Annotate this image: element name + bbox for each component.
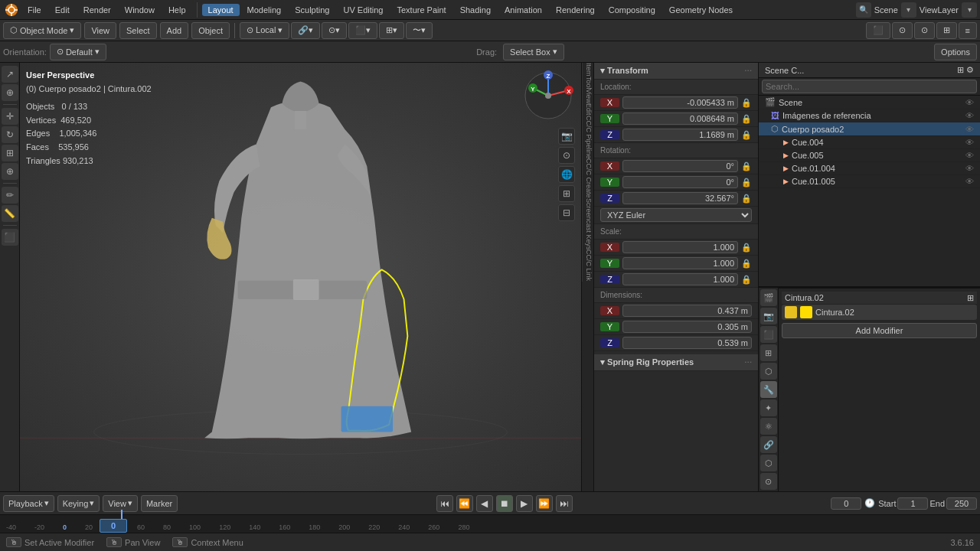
select-menu[interactable]: Select — [119, 22, 157, 39]
workspace-uv-editing[interactable]: UV Editing — [337, 4, 389, 16]
outliner-item-cue004[interactable]: ▶ Cue.004 👁 — [759, 136, 980, 149]
tool-move[interactable]: ✛ — [2, 108, 18, 125]
prop-scene-icon[interactable]: 🎬 — [760, 289, 777, 306]
prop-render-icon[interactable]: 📷 — [760, 308, 777, 324]
viewport-options[interactable]: ≡ — [959, 22, 977, 39]
viewport-shading-render[interactable]: ⊙ — [892, 22, 913, 39]
panel-screencast-keys-label[interactable]: Screencast Keys — [582, 198, 594, 250]
blender-logo[interactable] — [3, 2, 20, 18]
dim-x-value[interactable]: 0.437 m — [622, 305, 752, 317]
workspace-layout[interactable]: Layout — [202, 4, 240, 16]
outliner-item-cue01004[interactable]: ▶ Cue.01.004 👁 — [759, 162, 980, 175]
scale-x-value[interactable]: 1.000 — [622, 241, 738, 253]
view-menu[interactable]: View — [84, 22, 116, 39]
rotation-x-lock[interactable]: 🔒 — [741, 161, 752, 171]
viewport-shading-solid[interactable]: ⬛ — [866, 22, 890, 39]
workspace-rendering[interactable]: Rendering — [550, 4, 601, 16]
outliner-item-cuerpo[interactable]: ⬡ Cuerpo posado2 👁 — [759, 122, 980, 136]
cue004-visibility[interactable]: 👁 — [965, 138, 974, 147]
scene-selector[interactable]: ▾ — [901, 2, 916, 18]
current-frame-input[interactable]: 0 — [831, 497, 861, 510]
jump-start-btn[interactable]: ⏮ — [436, 495, 453, 512]
object-menu[interactable]: Object — [191, 22, 230, 39]
menu-edit[interactable]: Edit — [49, 4, 76, 16]
prop-modifier-icon[interactable]: 🔧 — [760, 381, 777, 398]
prop-object-icon[interactable]: ⬡ — [760, 363, 777, 380]
rotation-z-value[interactable]: 32.567° — [622, 192, 738, 204]
panel-tool-label[interactable]: Tool — [582, 77, 594, 90]
tool-transform[interactable]: ⊕ — [2, 163, 18, 180]
play-btn[interactable]: ▶ — [516, 495, 533, 512]
material-color-swatch[interactable] — [785, 306, 797, 318]
prop-particles-icon[interactable]: ✦ — [760, 399, 777, 416]
panel-ccic-create-label[interactable]: CC/C Create — [582, 158, 594, 198]
prop-view-layer-icon[interactable]: ⊞ — [760, 344, 777, 361]
marker-menu[interactable]: Marker — [141, 495, 178, 512]
spring-rig-header[interactable]: ▾ Spring Rig Properties ⋯ — [594, 354, 758, 371]
workspace-shading[interactable]: Shading — [454, 4, 497, 16]
prop-physics-icon[interactable]: ⚛ — [760, 418, 777, 435]
viewport[interactable]: User Perspective (0) Cuerpo posado2 | Ci… — [20, 63, 581, 491]
rotation-y-value[interactable]: 0° — [622, 176, 738, 188]
location-y-value[interactable]: 0.008648 m — [622, 112, 738, 125]
viewport-xray-icon[interactable]: ⊞ — [558, 185, 575, 202]
scale-y-value[interactable]: 1.000 — [622, 257, 738, 269]
current-frame-ruler-box[interactable]: 0 — [100, 519, 127, 533]
search-icon[interactable]: 🔍 — [856, 2, 871, 18]
rotation-z-lock[interactable]: 🔒 — [741, 194, 752, 204]
pivot-point[interactable]: 〜▾ — [406, 22, 433, 39]
stop-btn[interactable]: ⏹ — [496, 495, 513, 512]
viewport-xray[interactable]: ⊞ — [936, 22, 957, 39]
menu-window[interactable]: Window — [119, 4, 161, 16]
prev-keyframe-btn[interactable]: ⏪ — [456, 495, 473, 512]
material-browse-icon[interactable]: ⊞ — [967, 293, 974, 303]
viewport-overlay[interactable]: ⊙ — [914, 22, 935, 39]
scale-z-lock[interactable]: 🔒 — [741, 275, 752, 285]
jump-end-btn[interactable]: ⏭ — [556, 495, 573, 512]
start-frame-input[interactable]: 1 — [897, 497, 928, 510]
panel-edit-label[interactable]: Edit — [582, 103, 594, 116]
drag-select-box[interactable]: Select Box ▾ — [503, 44, 564, 60]
panel-ccic-pipeline-label[interactable]: CC/C Pipeline — [582, 116, 594, 159]
playback-menu[interactable]: Playback ▾ — [3, 495, 54, 512]
proportional-connected[interactable]: ⊞▾ — [379, 22, 404, 39]
material-color-swatch2[interactable] — [800, 306, 812, 318]
rotation-mode-selector[interactable]: XYZ Euler — [600, 208, 752, 222]
snap-settings[interactable]: 🔗▾ — [291, 22, 320, 39]
end-frame-input[interactable]: 250 — [946, 497, 977, 510]
prop-material-icon[interactable]: ⊙ — [760, 473, 777, 490]
menu-render[interactable]: Render — [77, 4, 117, 16]
prop-data-icon[interactable]: ⬡ — [760, 455, 777, 471]
rotation-x-value[interactable]: 0° — [622, 160, 738, 172]
frame-ruler[interactable]: -40 -20 0 20 40 60 80 100 120 140 160 18… — [0, 514, 980, 533]
options-btn[interactable]: Options — [934, 44, 977, 60]
panel-view-label[interactable]: View — [582, 89, 594, 103]
outliner-item-images[interactable]: 🖼 Imágenes de referencia 👁 — [759, 109, 980, 122]
panel-ccic-link-label[interactable]: CC/C Link — [582, 249, 594, 281]
menu-file[interactable]: File — [21, 4, 47, 16]
view-layer-selector[interactable]: ▾ — [962, 2, 977, 18]
outliner-search[interactable] — [762, 80, 977, 93]
tool-scale[interactable]: ⊞ — [2, 145, 18, 161]
add-modifier-btn[interactable]: Add Modifier — [782, 323, 977, 338]
workspace-sculpting[interactable]: Sculpting — [289, 4, 335, 16]
cue01004-visibility[interactable]: 👁 — [965, 164, 974, 173]
outliner-item-scene[interactable]: 🎬 Scene 👁 — [759, 96, 980, 109]
transform-header[interactable]: ▾ Transform ⋯ — [594, 63, 758, 80]
workspace-geometry-nodes[interactable]: Geometry Nodes — [663, 4, 739, 16]
viewport-local-view-icon[interactable]: 🌐 — [558, 166, 575, 183]
play-backward-btn[interactable]: ◀ — [476, 495, 493, 512]
viewport-camera-icon[interactable]: 📷 — [558, 128, 575, 145]
location-x-lock[interactable]: 🔒 — [741, 98, 752, 108]
outliner-filter-icon[interactable]: ⊞ — [957, 65, 964, 75]
menu-help[interactable]: Help — [162, 4, 192, 16]
cuerpo-visibility[interactable]: 👁 — [965, 125, 974, 134]
prop-output-icon[interactable]: ⬛ — [760, 326, 777, 343]
scale-z-value[interactable]: 1.000 — [622, 273, 738, 285]
workspace-modeling[interactable]: Modeling — [241, 4, 288, 16]
proportional-edit[interactable]: ⊙▾ — [322, 22, 347, 39]
snap-to[interactable]: ⬛▾ — [348, 22, 377, 39]
tool-add-cube[interactable]: ⬛ — [2, 229, 18, 246]
view-menu-timeline[interactable]: View ▾ — [103, 495, 138, 512]
workspace-animation[interactable]: Animation — [498, 4, 548, 16]
